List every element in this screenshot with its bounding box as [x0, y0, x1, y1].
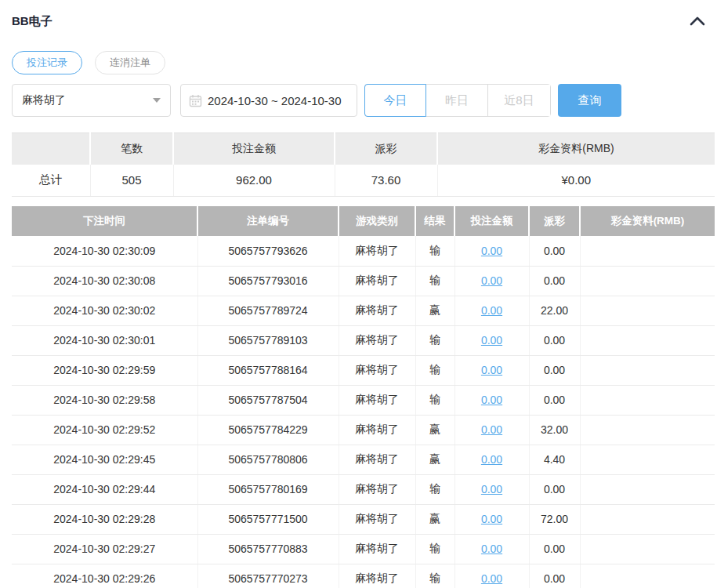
table-row: 2024-10-30 02:30:025065757789724麻将胡了赢0.0…: [12, 296, 715, 325]
cell-payout: 0.00: [529, 236, 580, 266]
cell-time: 2024-10-30 02:29:58: [12, 385, 197, 415]
bet-amount-link[interactable]: 0.00: [481, 304, 502, 317]
cell-result: 输: [415, 564, 454, 588]
records-header-payout: 派彩: [529, 206, 580, 236]
cell-bet-amount: 0.00: [454, 415, 529, 445]
tab-bet-records[interactable]: 投注记录: [12, 51, 82, 74]
cell-payout: 4.40: [529, 445, 580, 474]
bet-amount-link[interactable]: 0.00: [481, 453, 502, 466]
cell-bet-amount: 0.00: [454, 355, 529, 385]
table-row: 2024-10-30 02:29:585065757787504麻将胡了输0.0…: [12, 385, 715, 415]
cell-game: 麻将胡了: [339, 236, 415, 266]
bet-amount-link[interactable]: 0.00: [481, 394, 502, 406]
game-select[interactable]: 麻将胡了: [12, 84, 171, 117]
cell-result: 输: [415, 534, 454, 564]
cell-result: 赢: [415, 415, 454, 445]
cell-result: 赢: [415, 445, 454, 474]
cell-bonus: [580, 236, 715, 266]
cell-bet-amount: 0.00: [454, 504, 529, 534]
cell-bonus: [580, 445, 715, 474]
cell-time: 2024-10-30 02:30:01: [12, 325, 197, 355]
cell-payout: 0.00: [529, 325, 580, 355]
table-row: 2024-10-30 02:29:455065757780806麻将胡了赢0.0…: [12, 445, 715, 474]
cell-bonus: [580, 564, 715, 588]
cell-bet-no: 5065757770883: [197, 534, 339, 564]
records-header-game: 游戏类别: [339, 206, 415, 236]
cell-time: 2024-10-30 02:29:28: [12, 504, 197, 534]
table-row: 2024-10-30 02:29:525065757784229麻将胡了赢0.0…: [12, 415, 715, 445]
date-range-picker[interactable]: 2024-10-30 ~ 2024-10-30: [180, 84, 357, 117]
cell-time: 2024-10-30 02:29:59: [12, 355, 197, 385]
cell-result: 输: [415, 355, 454, 385]
cell-time: 2024-10-30 02:29:27: [12, 534, 197, 564]
quick-range-group: 今日 昨日 近8日: [364, 84, 551, 117]
bet-amount-link[interactable]: 0.00: [481, 245, 502, 257]
chevron-down-icon: [153, 98, 161, 103]
summary-header-payout: 派彩: [335, 133, 437, 165]
cell-payout: 22.00: [529, 296, 580, 325]
cell-bet-amount: 0.00: [454, 266, 529, 296]
table-row: 2024-10-30 02:30:085065757793016麻将胡了输0.0…: [12, 266, 715, 296]
panel-header: BB电子: [12, 14, 713, 30]
cell-bet-amount: 0.00: [454, 296, 529, 325]
cell-bet-no: 5065757780806: [197, 445, 339, 474]
bet-amount-link[interactable]: 0.00: [481, 364, 502, 376]
cell-time: 2024-10-30 02:30:09: [12, 236, 197, 266]
tab-cancelled-bets[interactable]: 连消注单: [95, 51, 165, 74]
table-row: 2024-10-30 02:29:275065757770883麻将胡了输0.0…: [12, 534, 715, 564]
cell-time: 2024-10-30 02:30:02: [12, 296, 197, 325]
cell-bonus: [580, 325, 715, 355]
quick-range-today[interactable]: 今日: [364, 84, 426, 117]
cell-bet-no: 5065757784229: [197, 415, 339, 445]
calendar-icon: [189, 94, 202, 107]
table-row: 2024-10-30 02:29:285065757771500麻将胡了赢0.0…: [12, 504, 715, 534]
bet-amount-link[interactable]: 0.00: [481, 483, 502, 495]
summary-total-label: 总计: [12, 165, 90, 197]
bet-amount-link[interactable]: 0.00: [481, 334, 502, 347]
cell-result: 赢: [415, 504, 454, 534]
summary-total-row: 总计 505 962.00 73.60 ¥0.00: [12, 165, 715, 197]
cell-game: 麻将胡了: [339, 296, 415, 325]
cell-game: 麻将胡了: [339, 325, 415, 355]
records-header-bonus: 彩金资料(RMB): [580, 206, 715, 236]
bet-amount-link[interactable]: 0.00: [481, 274, 502, 287]
cell-bet-amount: 0.00: [454, 564, 529, 588]
cell-bonus: [580, 415, 715, 445]
summary-header-bonus: 彩金资料(RMB): [437, 133, 715, 165]
cell-time: 2024-10-30 02:29:52: [12, 415, 197, 445]
quick-range-last8days[interactable]: 近8日: [488, 85, 550, 116]
cell-payout: 0.00: [529, 355, 580, 385]
summary-total-bet-amount: 962.00: [173, 165, 335, 197]
filter-bar: 麻将胡了 2024-10-30 ~ 2024-10-30 今日 昨日 近8日 查…: [12, 84, 713, 117]
cell-bet-no: 5065757780169: [197, 474, 339, 504]
records-header-result: 结果: [415, 206, 454, 236]
cell-result: 输: [415, 325, 454, 355]
records-header-bet-no: 注单编号: [197, 206, 339, 236]
cell-game: 麻将胡了: [339, 385, 415, 415]
cell-bet-amount: 0.00: [454, 474, 529, 504]
game-select-value: 麻将胡了: [22, 93, 66, 107]
summary-header-empty: [12, 133, 90, 165]
bet-amount-link[interactable]: 0.00: [481, 423, 502, 436]
summary-total-payout: 73.60: [335, 165, 437, 197]
cell-time: 2024-10-30 02:29:44: [12, 474, 197, 504]
cell-bet-no: 5065757789724: [197, 296, 339, 325]
cell-bet-amount: 0.00: [454, 385, 529, 415]
query-button[interactable]: 查询: [558, 84, 621, 117]
page-title: BB电子: [12, 14, 53, 29]
cell-game: 麻将胡了: [339, 504, 415, 534]
bet-amount-link[interactable]: 0.00: [481, 543, 502, 555]
date-range-value: 2024-10-30 ~ 2024-10-30: [208, 94, 342, 107]
cell-bonus: [580, 296, 715, 325]
cell-bet-no: 5065757789103: [197, 325, 339, 355]
quick-range-yesterday[interactable]: 昨日: [426, 85, 488, 116]
bet-amount-link[interactable]: 0.00: [481, 513, 502, 525]
records-header-bet-amount: 投注金额: [454, 206, 529, 236]
bet-amount-link[interactable]: 0.00: [481, 572, 502, 585]
summary-header-bet-amount: 投注金额: [173, 133, 335, 165]
cell-payout: 72.00: [529, 504, 580, 534]
cell-payout: 0.00: [529, 266, 580, 296]
cell-bonus: [580, 355, 715, 385]
cell-time: 2024-10-30 02:29:26: [12, 564, 197, 588]
collapse-panel-button[interactable]: [690, 16, 705, 30]
